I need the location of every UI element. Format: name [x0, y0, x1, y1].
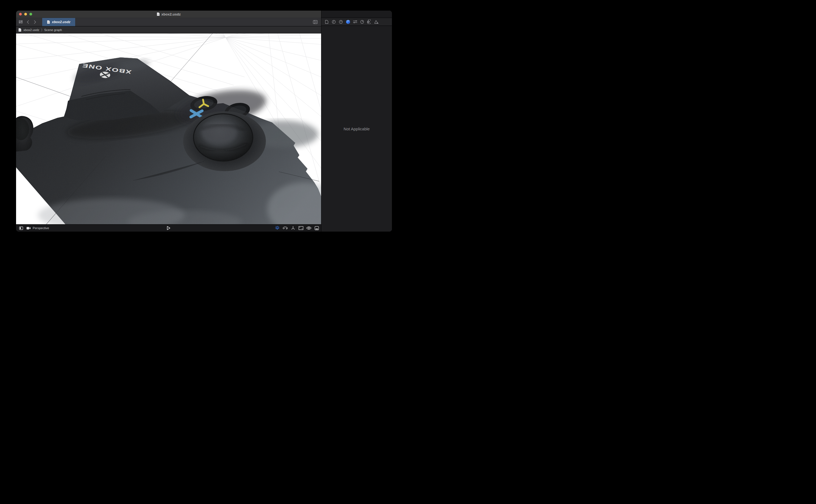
tab-label: xbox2.usdz [52, 20, 70, 24]
breadcrumb-file[interactable]: xbox2.usdz [23, 28, 39, 32]
file-inspector-icon[interactable] [324, 20, 329, 24]
lod-triangle-icon[interactable] [374, 20, 379, 24]
frame-viewport-icon[interactable] [298, 225, 304, 231]
play-button[interactable] [167, 226, 170, 230]
forward-button[interactable] [31, 18, 38, 26]
tab-bar: xbox2.usdz [16, 18, 321, 26]
document-icon [156, 12, 160, 16]
camera-mode-selector[interactable]: Perspective [26, 226, 49, 230]
camera-mode-label: Perspective [33, 226, 49, 230]
viewport-3d-canvas[interactable]: XBOX ONE [16, 33, 321, 224]
traffic-lights [19, 13, 32, 16]
panel-bottom-icon[interactable] [314, 225, 320, 231]
attributes-sliders-icon[interactable] [353, 20, 357, 24]
panel-left-icon[interactable] [18, 225, 24, 231]
level-dial-icon[interactable] [360, 20, 364, 24]
add-editor-button[interactable] [313, 18, 318, 26]
video-camera-icon [26, 227, 31, 230]
scene-render: XBOX ONE [16, 33, 321, 224]
inspector-empty-state: Not Applicable [344, 127, 370, 131]
history-inspector-icon[interactable] [332, 20, 336, 24]
xbox-controller-model: XBOX ONE [16, 33, 321, 224]
close-button[interactable] [19, 13, 22, 16]
eye-icon[interactable] [306, 225, 312, 231]
tab-overview-icon[interactable] [17, 18, 24, 26]
inspector-tab-bar: ? [321, 18, 392, 26]
orbit-icon[interactable] [283, 225, 288, 231]
title-bar[interactable]: xbox2.usdz [16, 11, 321, 18]
app-window: xbox2.usdz xbox2.usdz xbox2.usdz [16, 11, 392, 232]
viewport-status-bar: Perspective [16, 224, 321, 232]
minimize-button[interactable] [24, 13, 27, 16]
zoom-button[interactable] [29, 13, 32, 16]
breadcrumb-separator: 〉 [41, 28, 42, 32]
inspector-sidebar: ? [321, 11, 392, 232]
breadcrumb: xbox2.usdz 〉 Scene graph [16, 26, 321, 33]
physics-spring-icon[interactable] [367, 20, 372, 24]
inspector-panel: Not Applicable [321, 26, 392, 232]
back-button[interactable] [24, 18, 31, 26]
breadcrumb-section[interactable]: Scene graph [44, 28, 62, 32]
axes-gizmo-icon[interactable] [290, 225, 296, 231]
svg-text:?: ? [340, 20, 342, 23]
editor-pane: xbox2.usdz xbox2.usdz xbox2.usdz [16, 11, 321, 232]
sidebar-titlebar [321, 11, 392, 18]
window-title: xbox2.usdz [161, 12, 181, 16]
light-bulb-icon[interactable] [275, 225, 280, 231]
quick-help-icon[interactable]: ? [339, 20, 343, 24]
document-icon [47, 20, 50, 24]
window-title-group: xbox2.usdz [16, 12, 321, 16]
tab-xbox2-usdz[interactable]: xbox2.usdz [42, 18, 75, 26]
document-icon [18, 28, 21, 32]
scene-cube-icon[interactable] [346, 20, 350, 24]
